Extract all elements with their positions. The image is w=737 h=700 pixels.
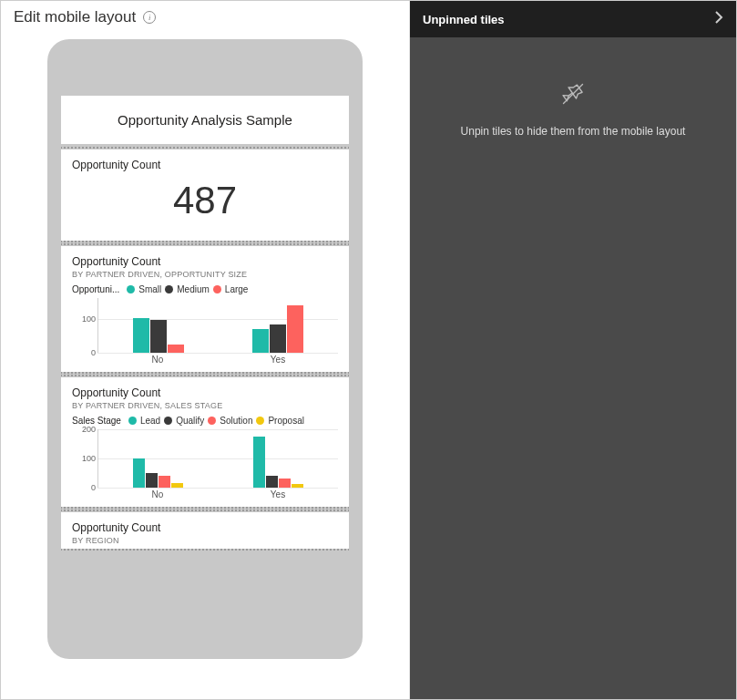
bar xyxy=(270,324,286,353)
swatch-qualify xyxy=(164,417,172,425)
legend-item: Qualify xyxy=(176,416,204,426)
page-title: Edit mobile layout xyxy=(14,8,136,26)
swatch-large xyxy=(213,285,221,293)
bar-group xyxy=(98,429,219,488)
swatch-medium xyxy=(165,285,173,293)
legend-name: Opportuni... xyxy=(72,284,119,294)
unpinned-hint: Unpin tiles to hide them from the mobile… xyxy=(461,125,686,138)
y-tick: 100 xyxy=(82,314,96,324)
legend-item: Proposal xyxy=(268,416,303,426)
bar xyxy=(133,318,149,353)
tile-subtitle: BY REGION xyxy=(72,536,338,545)
bar xyxy=(266,476,278,488)
chevron-right-icon xyxy=(714,11,723,27)
bar-group xyxy=(219,298,339,353)
swatch-solution xyxy=(208,417,216,425)
bar xyxy=(279,479,291,488)
bar xyxy=(168,345,184,353)
unpinned-title: Unpinned tiles xyxy=(423,13,505,26)
tile-dashboard-title[interactable]: Opportunity Analysis Sample xyxy=(61,96,349,144)
legend-item: Lead xyxy=(140,416,160,426)
bar xyxy=(133,458,145,488)
bar xyxy=(292,484,303,488)
unpinned-body: Unpin tiles to hide them from the mobile… xyxy=(410,37,736,699)
pin-icon xyxy=(560,81,586,110)
bar-group xyxy=(98,298,219,353)
legend-item: Small xyxy=(138,284,161,294)
tile-title: Opportunity Count xyxy=(72,159,338,171)
unpinned-header[interactable]: Unpinned tiles xyxy=(410,1,736,37)
tile-title: Opportunity Count xyxy=(72,386,338,399)
bar xyxy=(150,320,167,353)
swatch-proposal xyxy=(256,417,264,425)
info-icon[interactable]: i xyxy=(143,11,156,24)
y-tick: 100 xyxy=(82,454,96,463)
legend: Opportuni... Small Medium Large xyxy=(61,283,349,298)
phone-frame: Opportunity Analysis Sample Opportunity … xyxy=(47,39,363,659)
legend-item: Solution xyxy=(220,416,252,426)
swatch-lead xyxy=(128,417,137,425)
bar xyxy=(146,473,158,488)
bar xyxy=(252,329,269,353)
big-number-value: 487 xyxy=(61,175,349,241)
bar xyxy=(287,305,303,354)
phone-screen[interactable]: Opportunity Analysis Sample Opportunity … xyxy=(61,96,349,637)
edit-mobile-layout-pane: Edit mobile layout i Opportunity Analysi… xyxy=(1,1,410,699)
x-tick: No xyxy=(97,489,218,499)
legend-name: Sales Stage xyxy=(72,416,121,426)
bar xyxy=(253,437,265,488)
x-tick: No xyxy=(97,355,218,365)
tile-title: Opportunity Count xyxy=(72,255,338,268)
tile-subtitle: BY PARTNER DRIVEN, SALES STAGE xyxy=(72,401,338,410)
bar xyxy=(171,483,183,488)
y-tick: 200 xyxy=(82,425,96,434)
swatch-small xyxy=(127,285,135,293)
left-header: Edit mobile layout i xyxy=(1,1,409,34)
legend-item: Medium xyxy=(177,284,210,294)
bar xyxy=(159,476,170,488)
y-tick: 0 xyxy=(91,348,96,357)
bar-chart: 0100NoYes xyxy=(61,298,349,372)
bar-group xyxy=(219,429,339,488)
tile-region-chart[interactable]: Opportunity Count BY REGION xyxy=(61,512,349,549)
unpinned-tiles-pane: Unpinned tiles Unpin tiles to hide them … xyxy=(410,1,736,699)
tile-partner-size-chart[interactable]: Opportunity Count BY PARTNER DRIVEN, OPP… xyxy=(61,246,349,372)
tile-opportunity-count[interactable]: Opportunity Count 487 xyxy=(61,149,349,241)
y-tick: 0 xyxy=(91,483,96,492)
phone-preview-wrap: Opportunity Analysis Sample Opportunity … xyxy=(1,34,409,699)
tile-partner-stage-chart[interactable]: Opportunity Count BY PARTNER DRIVEN, SAL… xyxy=(61,377,349,507)
tile-title: Opportunity Count xyxy=(72,521,338,534)
tile-subtitle: BY PARTNER DRIVEN, OPPORTUNITY SIZE xyxy=(72,270,338,279)
x-tick: Yes xyxy=(218,489,338,499)
x-tick: Yes xyxy=(218,355,338,365)
legend-item: Large xyxy=(225,284,249,294)
bar-chart: 0100200NoYes xyxy=(61,429,349,507)
legend: Sales Stage Lead Qualify Solution Propos… xyxy=(61,414,349,429)
dashboard-title: Opportunity Analysis Sample xyxy=(61,96,349,144)
